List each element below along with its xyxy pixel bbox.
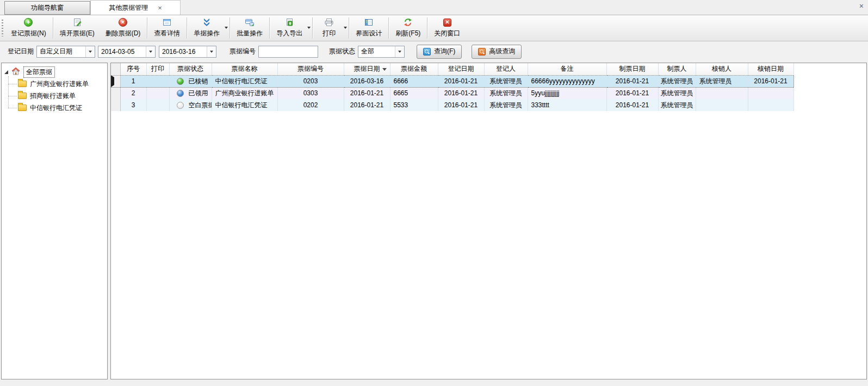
bill-status-combobox[interactable]: 全部 xyxy=(358,46,405,58)
tab-strip: 功能导航窗 其他票据管理 × × xyxy=(0,0,868,15)
column-header-seq[interactable]: 序号 xyxy=(120,63,146,75)
refresh-button[interactable]: 刷新(F5) xyxy=(390,15,426,41)
tree-item-guangzhou-bank[interactable]: 广州商业银行进账单 xyxy=(2,78,107,90)
current-row-indicator xyxy=(111,75,120,87)
column-header-make-date[interactable]: 制票日期 xyxy=(606,63,658,75)
import-export-button[interactable]: 导入导出 xyxy=(271,15,311,41)
tab-other-bill-management[interactable]: 其他票据管理 × xyxy=(90,0,181,15)
print-button[interactable]: 打印 xyxy=(314,15,348,41)
delete-circle-icon: ✕ xyxy=(119,17,127,27)
chevron-down-icon[interactable] xyxy=(146,46,155,57)
cell-make-user: 系统管理员 xyxy=(658,87,696,99)
tab-close-icon[interactable]: × xyxy=(158,4,162,11)
bill-category-tree-panel: 全部票据 广州商业银行进账单 招商银行进账单 中信银行电汇凭证 xyxy=(1,63,108,379)
register-bill-button[interactable]: + 登记票据(N) xyxy=(5,15,52,41)
date-to-combobox[interactable]: 2016-03-16 xyxy=(159,46,216,58)
cell-make-date: 2016-01-21 xyxy=(606,99,658,111)
cell-remark: 333tttt xyxy=(528,99,606,111)
advanced-query-button[interactable]: 高级查询 xyxy=(472,45,522,59)
table-row[interactable]: 3 空白票据 中信银行电汇凭证 0202 2016-01-21 5533 201… xyxy=(111,99,793,111)
batch-operations-button[interactable]: 批量操作 xyxy=(231,15,268,41)
filter-bar: 登记日期 自定义日期 2014-03-05 2016-03-16 票据编号 票据… xyxy=(0,41,868,62)
column-header-reg-date[interactable]: 登记日期 xyxy=(438,63,484,75)
home-icon xyxy=(11,67,20,77)
date-type-combobox[interactable]: 自定义日期 xyxy=(36,46,95,58)
cell-verify-date xyxy=(748,87,793,99)
tab-function-navigation[interactable]: 功能导航窗 xyxy=(4,1,90,15)
cell-name: 中信银行电汇凭证 xyxy=(212,75,277,87)
date-from-combobox[interactable]: 2014-03-05 xyxy=(98,46,156,58)
column-header-no[interactable]: 票据编号 xyxy=(277,63,344,75)
cell-reg-user: 系统管理员 xyxy=(484,75,528,87)
column-header-name[interactable]: 票据名称 xyxy=(212,63,277,75)
column-header-status[interactable]: 票据状态 xyxy=(169,63,212,75)
bill-table: 序号 打印 票据状态 票据名称 票据编号 票据日期 票据金额 登记日期 登记人 … xyxy=(111,63,794,111)
cell-amount: 6665 xyxy=(390,87,438,99)
row-indicator-header xyxy=(111,63,120,75)
cell-remark: 66666yyyyyyyyyyyyyy xyxy=(528,75,606,87)
cell-status: 已核销 xyxy=(169,75,212,87)
tab-label: 功能导航窗 xyxy=(31,3,64,13)
table-row[interactable]: 2 已领用 广州商业银行进账单 0303 2016-01-21 6665 201… xyxy=(111,87,793,99)
column-header-make-user[interactable]: 制票人 xyxy=(658,63,696,75)
column-header-remark[interactable]: 备注 xyxy=(528,63,606,75)
column-header-amount[interactable]: 票据金额 xyxy=(390,63,438,75)
cell-make-user: 系统管理员 xyxy=(658,75,696,87)
refresh-arrows-icon xyxy=(404,17,412,27)
dropdown-caret-icon[interactable] xyxy=(307,27,311,29)
chevron-down-icon[interactable] xyxy=(395,46,404,57)
cell-print xyxy=(146,87,169,99)
ui-design-button[interactable]: 界面设计 xyxy=(350,15,387,41)
cell-verify-date: 2016-01-21 xyxy=(748,75,793,87)
date-to-value: 2016-03-16 xyxy=(159,48,207,56)
cell-make-date: 2016-01-21 xyxy=(606,75,658,87)
import-export-doc-icon xyxy=(285,17,294,27)
cell-status: 空白票据 xyxy=(169,99,212,111)
dropdown-caret-icon[interactable] xyxy=(225,27,228,29)
date-from-value: 2014-03-05 xyxy=(98,48,146,56)
printer-icon xyxy=(324,17,334,27)
chevron-down-icon[interactable] xyxy=(207,46,216,57)
folder-icon xyxy=(18,105,27,111)
close-square-icon: ✕ xyxy=(443,17,451,27)
tree-expander-icon[interactable] xyxy=(4,70,8,74)
table-header-row: 序号 打印 票据状态 票据名称 票据编号 票据日期 票据金额 登记日期 登记人 … xyxy=(111,63,793,75)
query-button[interactable]: 查询(F) xyxy=(417,45,462,59)
toolbar-separator xyxy=(349,17,349,39)
cell-amount: 5533 xyxy=(390,99,438,111)
status-issued-icon xyxy=(177,90,184,97)
window-close-icon[interactable]: × xyxy=(859,2,864,10)
column-header-reg-user[interactable]: 登记人 xyxy=(484,63,528,75)
tree-item-zhongxin-bank[interactable]: 中信银行电汇凭证 xyxy=(2,102,107,114)
cell-status: 已领用 xyxy=(169,87,212,99)
bill-number-input[interactable] xyxy=(258,46,318,58)
toolbar-separator xyxy=(53,17,53,39)
column-header-verify-user[interactable]: 核销人 xyxy=(696,63,748,75)
cell-verify-date xyxy=(748,99,793,111)
column-header-verify-date[interactable]: 核销日期 xyxy=(748,63,793,75)
main-area: 全部票据 广州商业银行进账单 招商银行进账单 中信银行电汇凭证 xyxy=(1,63,867,379)
view-detail-button[interactable]: 查看详情 xyxy=(148,15,185,41)
tree-item-zhaoshang-bank[interactable]: 招商银行进账单 xyxy=(2,90,107,102)
delete-bill-button[interactable]: ✕ 删除票据(D) xyxy=(100,15,146,41)
document-operations-button[interactable]: 单据操作 xyxy=(188,15,228,41)
cell-verify-user xyxy=(696,87,748,99)
cell-verify-user: 系统管理员 xyxy=(696,75,748,87)
chevron-down-icon[interactable] xyxy=(85,46,95,57)
column-header-date[interactable]: 票据日期 xyxy=(344,63,390,75)
toolbar-grip[interactable] xyxy=(2,20,3,36)
current-row-arrow-icon xyxy=(111,75,114,87)
close-window-button[interactable]: ✕ 关闭窗口 xyxy=(429,15,466,41)
cell-make-user: 系统管理员 xyxy=(658,99,696,111)
sort-desc-icon xyxy=(382,68,387,71)
dropdown-caret-icon[interactable] xyxy=(344,27,347,29)
batch-cards-icon xyxy=(245,17,255,27)
toolbar-separator xyxy=(269,17,270,39)
fill-bill-button[interactable]: 填开票据(E) xyxy=(54,15,100,41)
status-verified-icon xyxy=(177,78,184,85)
tree-root-all-bills[interactable]: 全部票据 xyxy=(2,66,107,78)
table-row[interactable]: 1 已核销 中信银行电汇凭证 0203 2016-03-16 6666 2016… xyxy=(111,75,793,87)
cell-reg-date: 2016-01-21 xyxy=(438,99,484,111)
cell-date: 2016-03-16 xyxy=(344,75,390,87)
column-header-print[interactable]: 打印 xyxy=(146,63,169,75)
